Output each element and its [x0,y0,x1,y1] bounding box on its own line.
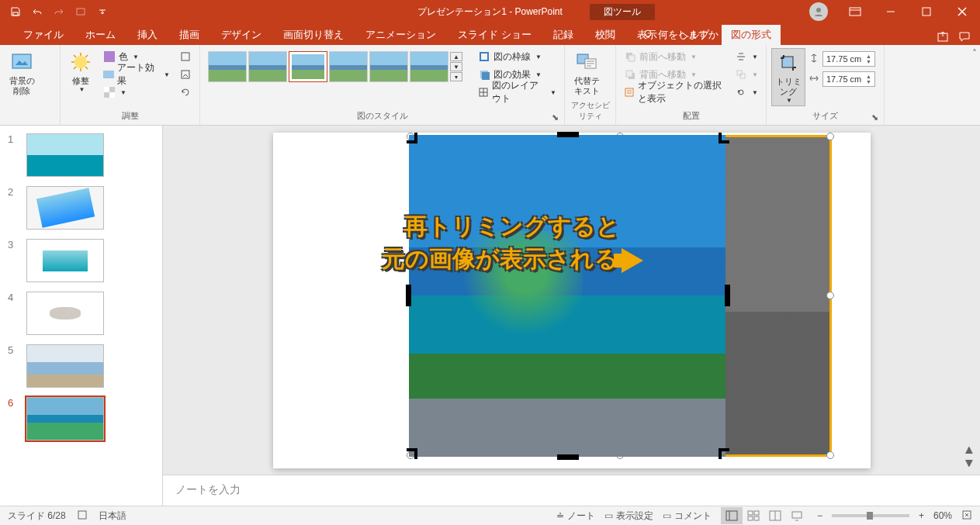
user-avatar[interactable] [809,2,828,21]
height-input[interactable]: 17.75 cm▲▼ [822,51,875,67]
slide-thumbnail-5[interactable] [26,344,104,388]
tab-picture-format[interactable]: 図の形式 [722,25,781,45]
next-slide-icon[interactable]: ⯆ [964,458,974,468]
share-icon[interactable] [937,30,949,45]
fit-to-window-icon[interactable] [961,509,972,523]
notes-button[interactable]: ≐ノート [556,509,595,523]
slide-counter[interactable]: スライド 6/28 [8,509,66,523]
slide-editor[interactable]: 再トリミングすると 元の画像が表示される ⯅ ⯆ [163,126,980,475]
tab-design[interactable]: デザイン [212,25,271,45]
gallery-up-icon[interactable]: ▲ [450,52,462,61]
slide-thumbnail-6[interactable] [26,397,104,440]
prev-slide-icon[interactable]: ⯅ [964,445,974,456]
display-settings-button[interactable]: ▭表示設定 [604,509,653,523]
selection-pane-button[interactable]: オブジェクトの選択と表示 [621,84,729,101]
comments-button[interactable]: ▭コメント [663,509,712,523]
compress-pictures-button[interactable] [176,48,195,65]
slide-thumbnail-3[interactable] [26,239,104,282]
crop-handle[interactable] [557,132,579,137]
contextual-tab-label: 図ツール [590,4,655,20]
undo-icon[interactable] [28,2,47,21]
lightbulb-icon [642,29,653,42]
style-item-5[interactable] [369,51,408,82]
dialog-launcher-icon[interactable]: ⬊ [870,112,879,122]
collapse-ribbon-icon[interactable]: ˄ [972,48,977,59]
corrections-button[interactable]: 修整 ▼ [65,48,97,95]
selection-handle[interactable] [826,292,834,299]
slide-thumbnails-panel[interactable]: 1 2 3 4 5 6 [0,126,163,506]
tab-insert[interactable]: 挿入 [128,25,167,45]
comments-icon[interactable] [958,30,971,45]
language-indicator[interactable]: 日本語 [99,509,126,523]
svg-point-5 [645,30,651,36]
tab-file[interactable]: ファイル [14,25,73,45]
zoom-level[interactable]: 60% [933,510,952,521]
visible-image[interactable] [409,135,727,457]
slide-thumbnail-2[interactable] [26,186,104,230]
picture-border-button[interactable]: 図の枠線▼ [475,48,559,65]
style-item-1[interactable] [208,51,247,82]
crop-button[interactable]: トリミング ▼ [771,48,805,106]
rotate-button[interactable]: ▼ [732,84,761,101]
crop-handle[interactable] [725,285,730,306]
minimize-button[interactable] [873,0,909,23]
transparency-button[interactable]: ▼ [100,84,173,101]
style-item-4[interactable] [329,51,368,82]
svg-rect-37 [792,512,802,518]
close-button[interactable] [944,0,980,23]
style-item-6[interactable] [410,51,448,82]
slide-sorter-view-icon[interactable] [743,507,764,524]
tab-review[interactable]: 校閲 [586,25,625,45]
slideshow-view-icon[interactable] [786,507,808,524]
bring-forward-button[interactable]: 前面へ移動▼ [621,48,729,65]
crop-handle[interactable] [407,448,417,459]
dialog-launcher-icon[interactable]: ⬊ [550,112,559,122]
alt-text-button[interactable]: 代替テ キスト [570,48,604,98]
tab-draw[interactable]: 描画 [170,25,209,45]
save-icon[interactable] [6,2,25,21]
selection-handle[interactable] [826,133,834,140]
compress-icon [179,50,192,63]
notes-pane[interactable]: ノートを入力 [163,475,980,506]
zoom-out-button[interactable]: − [817,510,822,521]
reset-picture-button[interactable] [176,84,195,101]
group-icon [735,68,747,81]
gallery-more-icon[interactable]: ▾ [450,72,462,81]
remove-background-button[interactable]: 背景の 削除 [5,48,39,98]
ribbon-display-options-icon[interactable] [837,0,873,23]
crop-handle[interactable] [719,448,729,459]
spell-check-icon[interactable] [77,509,88,523]
tab-transitions[interactable]: 画面切り替え [274,25,353,45]
start-from-beginning-icon[interactable] [71,2,90,21]
gallery-down-icon[interactable]: ▼ [450,62,462,71]
qat-customize-icon[interactable] [93,2,112,21]
style-item-3[interactable] [289,51,327,82]
crop-handle[interactable] [557,454,579,460]
style-item-2[interactable] [248,51,287,82]
tab-record[interactable]: 記録 [544,25,583,45]
selection-handle[interactable] [826,451,834,459]
tab-slideshow[interactable]: スライド ショー [448,25,541,45]
tab-animations[interactable]: アニメーション [356,25,445,45]
slide-thumbnail-1[interactable] [26,133,104,177]
group-button[interactable]: ▼ [732,66,761,83]
svg-rect-0 [13,12,18,16]
zoom-in-button[interactable]: + [919,510,924,521]
picture-layout-button[interactable]: 図のレイアウト▼ [475,84,559,101]
maximize-button[interactable] [909,0,944,23]
tab-home[interactable]: ホーム [76,25,125,45]
slide-thumbnail-4[interactable] [26,292,104,335]
change-picture-button[interactable] [176,66,195,83]
reading-view-icon[interactable] [764,507,786,524]
crop-handle[interactable] [407,133,417,143]
arrange-buttons: 前面へ移動▼ 背面へ移動▼ オブジェクトの選択と表示 [621,48,729,101]
tell-me-search[interactable]: 何をしますか [636,25,725,45]
zoom-slider[interactable] [832,514,909,517]
redo-icon[interactable] [50,2,68,21]
normal-view-icon[interactable] [721,507,743,524]
artistic-effects-button[interactable]: アート効果▼ [100,66,173,83]
align-button[interactable]: ▼ [732,48,761,65]
crop-handle[interactable] [406,285,411,306]
width-input[interactable]: 17.75 cm▲▼ [822,71,875,87]
crop-handle[interactable] [719,133,729,143]
